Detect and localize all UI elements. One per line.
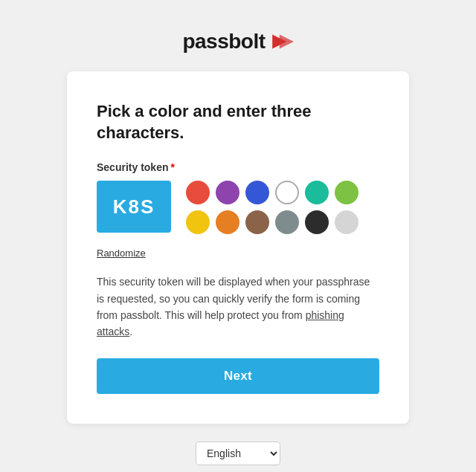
card-title: Pick a color and enter three characters. [97, 101, 379, 143]
color-swatch-red[interactable] [186, 181, 210, 204]
svg-marker-1 [279, 34, 293, 48]
color-swatch-black[interactable] [305, 210, 329, 234]
color-swatch-gray[interactable] [275, 210, 299, 234]
passbolt-arrow-icon [270, 30, 294, 54]
token-preview-box: K8S [97, 181, 171, 233]
color-grid [186, 181, 358, 234]
color-swatch-orange[interactable] [216, 210, 239, 234]
randomize-link[interactable]: Randomize [97, 248, 146, 259]
color-swatch-brown[interactable] [245, 210, 269, 234]
color-swatch-green-teal[interactable] [305, 181, 329, 204]
color-swatch-light-gray[interactable] [335, 210, 358, 234]
token-row: K8S [97, 181, 379, 234]
logo-area: passbolt [182, 30, 293, 54]
footer: EnglishFrançaisDeutschEspañol [196, 442, 280, 465]
color-swatch-yellow[interactable] [186, 210, 210, 234]
color-swatch-blue[interactable] [245, 181, 269, 204]
required-indicator: * [170, 161, 174, 173]
token-value: K8S [113, 195, 155, 219]
next-button[interactable]: Next [97, 358, 379, 394]
color-swatch-white-outline[interactable] [275, 181, 299, 204]
color-swatch-purple[interactable] [216, 181, 239, 204]
logo-text: passbolt [182, 30, 265, 54]
description-text: This security token will be displayed wh… [97, 274, 379, 340]
field-label: Security token * [97, 161, 379, 173]
security-token-card: Pick a color and enter three characters.… [67, 71, 409, 424]
language-select[interactable]: EnglishFrançaisDeutschEspañol [196, 442, 280, 465]
color-swatch-green[interactable] [335, 181, 358, 204]
